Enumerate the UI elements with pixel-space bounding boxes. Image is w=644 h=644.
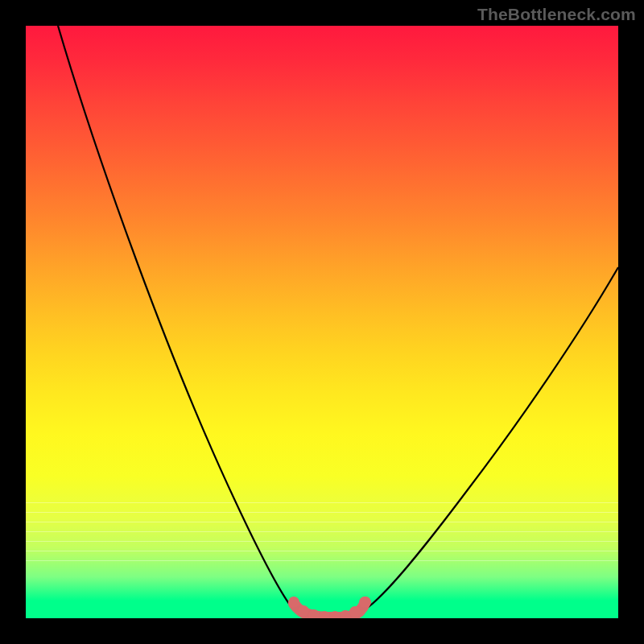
left-branch-path (58, 26, 294, 610)
right-branch-path (364, 267, 618, 610)
svg-point-6 (349, 606, 361, 617)
curve-svg (26, 26, 618, 618)
svg-point-0 (288, 597, 299, 608)
marker-group (288, 597, 370, 618)
svg-point-1 (298, 605, 309, 617)
watermark-text: TheBottleneck.com (477, 5, 636, 24)
plot-area (26, 26, 618, 618)
chart-frame: TheBottleneck.com (0, 0, 644, 644)
svg-point-7 (359, 597, 370, 608)
